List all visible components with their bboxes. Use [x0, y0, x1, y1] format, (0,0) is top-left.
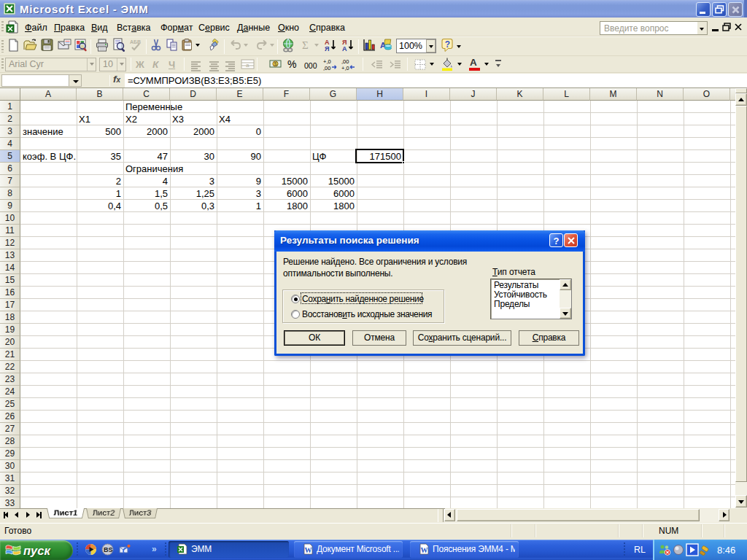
svg-text:,00: ,00 [323, 65, 330, 71]
svg-text:Σ: Σ [302, 39, 309, 51]
svg-text:+,0: +,0 [341, 65, 349, 71]
svg-text:,00: ,00 [341, 58, 349, 65]
svg-text:+,0: +,0 [323, 58, 331, 65]
svg-text:BS: BS [104, 546, 113, 553]
svg-text:А: А [342, 45, 347, 52]
svg-text:Я: Я [325, 45, 329, 52]
svg-text:a: a [246, 62, 249, 69]
svg-text:?: ? [445, 39, 450, 50]
svg-text:W: W [421, 546, 428, 554]
svg-text:W: W [305, 546, 312, 554]
